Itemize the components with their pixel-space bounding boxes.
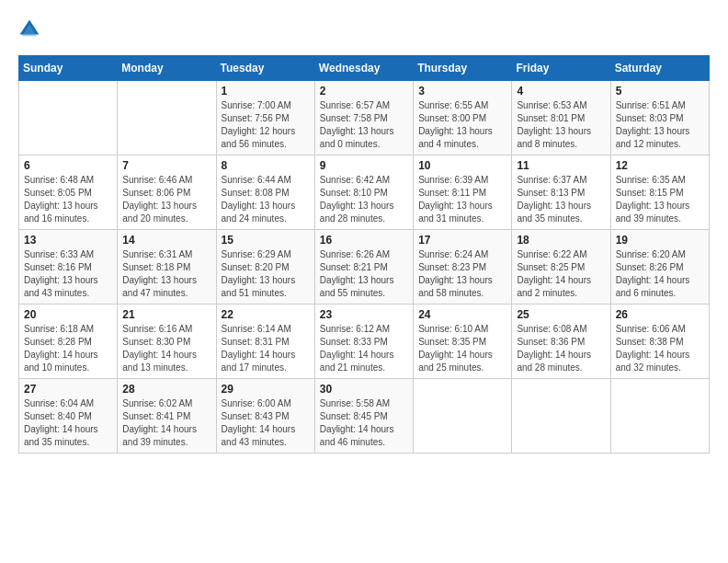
- day-header-wednesday: Wednesday: [314, 56, 413, 81]
- day-number: 15: [222, 234, 310, 247]
- calendar-cell: 8Sunrise: 6:44 AM Sunset: 8:08 PM Daylig…: [216, 155, 314, 230]
- calendar-cell: [19, 81, 118, 155]
- day-header-thursday: Thursday: [414, 56, 512, 81]
- day-number: 13: [24, 234, 112, 247]
- calendar-cell: 5Sunrise: 6:51 AM Sunset: 8:03 PM Daylig…: [610, 81, 709, 155]
- day-info: Sunrise: 6:18 AM Sunset: 8:28 PM Dayligh…: [24, 323, 112, 374]
- week-row-3: 20Sunrise: 6:18 AM Sunset: 8:28 PM Dayli…: [19, 304, 710, 379]
- day-info: Sunrise: 6:39 AM Sunset: 8:11 PM Dayligh…: [418, 174, 506, 225]
- day-number: 30: [320, 383, 408, 396]
- calendar-cell: 10Sunrise: 6:39 AM Sunset: 8:11 PM Dayli…: [414, 155, 512, 230]
- day-number: 25: [517, 308, 605, 321]
- day-header-sunday: Sunday: [19, 56, 118, 81]
- day-info: Sunrise: 6:51 AM Sunset: 8:03 PM Dayligh…: [616, 99, 704, 151]
- day-info: Sunrise: 6:57 AM Sunset: 7:58 PM Dayligh…: [320, 99, 408, 151]
- calendar-cell: 6Sunrise: 6:48 AM Sunset: 8:05 PM Daylig…: [19, 155, 118, 230]
- day-info: Sunrise: 6:24 AM Sunset: 8:23 PM Dayligh…: [418, 248, 506, 300]
- day-number: 16: [320, 234, 408, 247]
- calendar-cell: 23Sunrise: 6:12 AM Sunset: 8:33 PM Dayli…: [314, 304, 413, 379]
- calendar-cell: 2Sunrise: 6:57 AM Sunset: 7:58 PM Daylig…: [314, 81, 413, 155]
- calendar-cell: 18Sunrise: 6:22 AM Sunset: 8:25 PM Dayli…: [512, 230, 610, 304]
- calendar-cell: 25Sunrise: 6:08 AM Sunset: 8:36 PM Dayli…: [512, 304, 610, 379]
- day-header-saturday: Saturday: [610, 56, 709, 81]
- day-number: 22: [222, 308, 310, 321]
- day-number: 9: [320, 159, 408, 172]
- calendar-cell: 20Sunrise: 6:18 AM Sunset: 8:28 PM Dayli…: [19, 304, 118, 379]
- logo-icon: [18, 18, 40, 40]
- day-number: 14: [122, 234, 210, 247]
- week-row-0: 1Sunrise: 7:00 AM Sunset: 7:56 PM Daylig…: [19, 81, 710, 155]
- calendar-cell: 17Sunrise: 6:24 AM Sunset: 8:23 PM Dayli…: [414, 230, 512, 304]
- day-number: 23: [320, 308, 408, 321]
- day-number: 2: [320, 85, 408, 98]
- day-info: Sunrise: 7:00 AM Sunset: 7:56 PM Dayligh…: [222, 99, 310, 151]
- day-info: Sunrise: 6:46 AM Sunset: 8:06 PM Dayligh…: [122, 174, 210, 225]
- calendar-cell: 14Sunrise: 6:31 AM Sunset: 8:18 PM Dayli…: [118, 230, 216, 304]
- day-info: Sunrise: 6:48 AM Sunset: 8:05 PM Dayligh…: [24, 174, 112, 225]
- week-row-2: 13Sunrise: 6:33 AM Sunset: 8:16 PM Dayli…: [19, 230, 710, 304]
- day-info: Sunrise: 6:26 AM Sunset: 8:21 PM Dayligh…: [320, 248, 408, 300]
- day-number: 20: [24, 308, 112, 321]
- calendar-cell: [610, 379, 709, 454]
- day-number: 4: [517, 85, 605, 98]
- day-info: Sunrise: 6:04 AM Sunset: 8:40 PM Dayligh…: [24, 397, 112, 449]
- page-header: [18, 18, 710, 40]
- day-info: Sunrise: 6:02 AM Sunset: 8:41 PM Dayligh…: [122, 397, 210, 449]
- day-number: 24: [418, 308, 506, 321]
- day-info: Sunrise: 6:37 AM Sunset: 8:13 PM Dayligh…: [517, 174, 605, 225]
- calendar-cell: 28Sunrise: 6:02 AM Sunset: 8:41 PM Dayli…: [118, 379, 216, 454]
- day-info: Sunrise: 6:33 AM Sunset: 8:16 PM Dayligh…: [24, 248, 112, 300]
- calendar-cell: 11Sunrise: 6:37 AM Sunset: 8:13 PM Dayli…: [512, 155, 610, 230]
- calendar-cell: [512, 379, 610, 454]
- day-header-friday: Friday: [512, 56, 610, 81]
- day-info: Sunrise: 6:10 AM Sunset: 8:35 PM Dayligh…: [418, 323, 506, 374]
- day-number: 21: [122, 308, 210, 321]
- day-number: 26: [616, 308, 704, 321]
- calendar-cell: 4Sunrise: 6:53 AM Sunset: 8:01 PM Daylig…: [512, 81, 610, 155]
- calendar-cell: 13Sunrise: 6:33 AM Sunset: 8:16 PM Dayli…: [19, 230, 118, 304]
- calendar-cell: 27Sunrise: 6:04 AM Sunset: 8:40 PM Dayli…: [19, 379, 118, 454]
- day-number: 29: [222, 383, 310, 396]
- day-info: Sunrise: 6:35 AM Sunset: 8:15 PM Dayligh…: [616, 174, 704, 225]
- calendar-cell: [414, 379, 512, 454]
- day-number: 17: [418, 234, 506, 247]
- day-number: 27: [24, 383, 112, 396]
- day-info: Sunrise: 5:58 AM Sunset: 8:45 PM Dayligh…: [320, 397, 408, 449]
- calendar-cell: 12Sunrise: 6:35 AM Sunset: 8:15 PM Dayli…: [610, 155, 709, 230]
- day-info: Sunrise: 6:16 AM Sunset: 8:30 PM Dayligh…: [122, 323, 210, 374]
- day-number: 28: [122, 383, 210, 396]
- calendar-cell: 1Sunrise: 7:00 AM Sunset: 7:56 PM Daylig…: [216, 81, 314, 155]
- day-number: 3: [418, 85, 506, 98]
- day-number: 18: [517, 234, 605, 247]
- day-info: Sunrise: 6:44 AM Sunset: 8:08 PM Dayligh…: [222, 174, 310, 225]
- calendar-cell: 29Sunrise: 6:00 AM Sunset: 8:43 PM Dayli…: [216, 379, 314, 454]
- calendar-cell: 24Sunrise: 6:10 AM Sunset: 8:35 PM Dayli…: [414, 304, 512, 379]
- week-row-4: 27Sunrise: 6:04 AM Sunset: 8:40 PM Dayli…: [19, 379, 710, 454]
- calendar-cell: 16Sunrise: 6:26 AM Sunset: 8:21 PM Dayli…: [314, 230, 413, 304]
- week-row-1: 6Sunrise: 6:48 AM Sunset: 8:05 PM Daylig…: [19, 155, 710, 230]
- calendar-cell: 21Sunrise: 6:16 AM Sunset: 8:30 PM Dayli…: [118, 304, 216, 379]
- day-info: Sunrise: 6:14 AM Sunset: 8:31 PM Dayligh…: [222, 323, 310, 374]
- day-header-tuesday: Tuesday: [216, 56, 314, 81]
- day-number: 12: [616, 159, 704, 172]
- calendar-cell: 19Sunrise: 6:20 AM Sunset: 8:26 PM Dayli…: [610, 230, 709, 304]
- day-info: Sunrise: 6:42 AM Sunset: 8:10 PM Dayligh…: [320, 174, 408, 225]
- day-number: 7: [122, 159, 210, 172]
- calendar-cell: [118, 81, 216, 155]
- calendar-cell: 30Sunrise: 5:58 AM Sunset: 8:45 PM Dayli…: [314, 379, 413, 454]
- day-info: Sunrise: 6:53 AM Sunset: 8:01 PM Dayligh…: [517, 99, 605, 151]
- calendar-cell: 15Sunrise: 6:29 AM Sunset: 8:20 PM Dayli…: [216, 230, 314, 304]
- days-header-row: SundayMondayTuesdayWednesdayThursdayFrid…: [19, 56, 710, 81]
- day-number: 8: [222, 159, 310, 172]
- day-number: 6: [24, 159, 112, 172]
- calendar-cell: 7Sunrise: 6:46 AM Sunset: 8:06 PM Daylig…: [118, 155, 216, 230]
- calendar-cell: 3Sunrise: 6:55 AM Sunset: 8:00 PM Daylig…: [414, 81, 512, 155]
- day-number: 19: [616, 234, 704, 247]
- day-header-monday: Monday: [118, 56, 216, 81]
- day-info: Sunrise: 6:22 AM Sunset: 8:25 PM Dayligh…: [517, 248, 605, 300]
- day-number: 1: [222, 85, 310, 98]
- calendar-table: SundayMondayTuesdayWednesdayThursdayFrid…: [18, 55, 710, 454]
- day-info: Sunrise: 6:12 AM Sunset: 8:33 PM Dayligh…: [320, 323, 408, 374]
- day-info: Sunrise: 6:55 AM Sunset: 8:00 PM Dayligh…: [418, 99, 506, 151]
- calendar-cell: 26Sunrise: 6:06 AM Sunset: 8:38 PM Dayli…: [610, 304, 709, 379]
